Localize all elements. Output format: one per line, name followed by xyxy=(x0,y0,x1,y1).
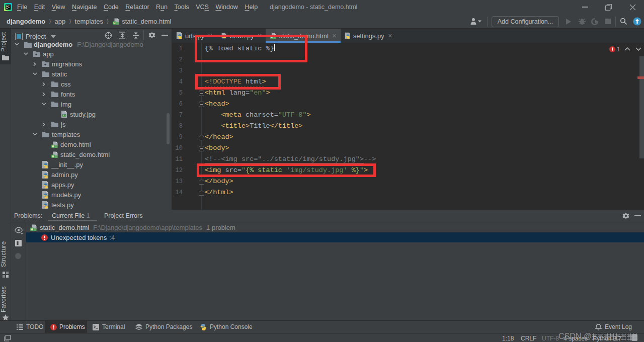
svg-text:H: H xyxy=(52,155,54,158)
svg-text:H: H xyxy=(52,145,54,148)
svg-text:PC: PC xyxy=(6,5,10,8)
svg-text:H: H xyxy=(113,22,115,25)
svg-text:H: H xyxy=(31,228,33,231)
